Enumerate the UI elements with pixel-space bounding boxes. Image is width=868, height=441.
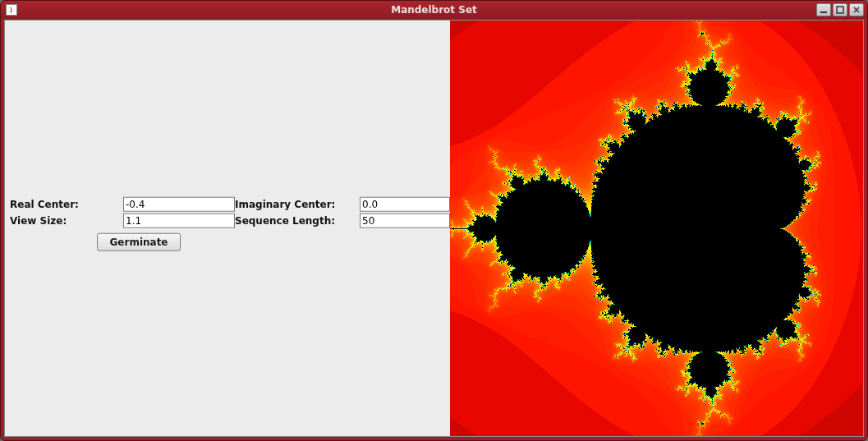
germinate-button[interactable]: Germinate xyxy=(97,233,180,251)
window-controls xyxy=(816,3,864,16)
imaginary-center-label: Imaginary Center: xyxy=(235,199,360,210)
controls-pane: Real Center: Imaginary Center: View Size… xyxy=(5,21,450,436)
java-app-icon xyxy=(6,4,17,16)
view-size-input[interactable] xyxy=(123,214,235,228)
close-button[interactable] xyxy=(849,3,864,16)
imaginary-center-input[interactable] xyxy=(360,197,450,212)
mandelbrot-canvas xyxy=(450,21,863,436)
parameter-form: Real Center: Imaginary Center: View Size… xyxy=(10,197,448,251)
real-center-input[interactable] xyxy=(123,197,235,212)
client-area: Real Center: Imaginary Center: View Size… xyxy=(4,20,864,437)
application-window: Mandelbrot Set Real Center: Imaginary Ce… xyxy=(0,0,868,441)
maximize-button[interactable] xyxy=(833,3,847,16)
svg-rect-0 xyxy=(820,11,827,13)
view-size-label: View Size: xyxy=(10,215,123,227)
minimize-button[interactable] xyxy=(816,3,831,16)
sequence-length-label: Sequence Length: xyxy=(235,215,360,227)
mandelbrot-display[interactable] xyxy=(450,21,863,436)
real-center-label: Real Center: xyxy=(10,199,123,210)
sequence-length-input[interactable] xyxy=(360,214,450,228)
svg-rect-1 xyxy=(837,7,843,13)
window-title: Mandelbrot Set xyxy=(1,4,867,16)
titlebar: Mandelbrot Set xyxy=(1,1,867,19)
